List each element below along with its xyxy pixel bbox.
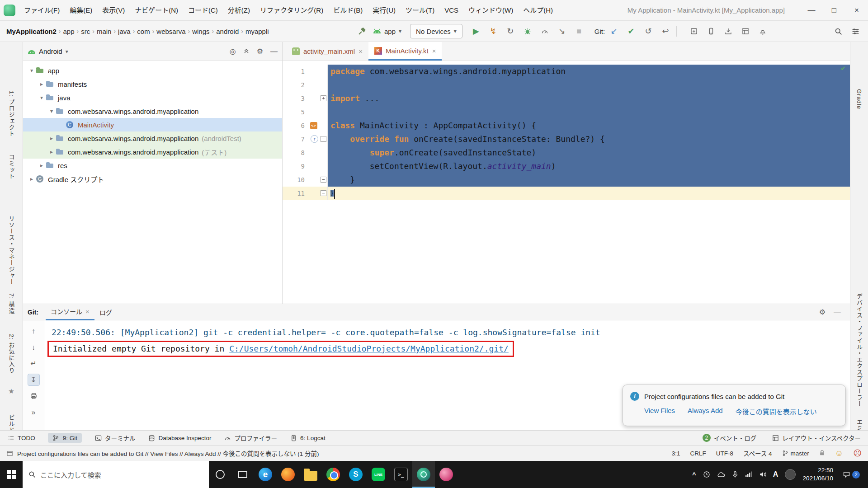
clock-alarm-icon[interactable] bbox=[703, 471, 710, 478]
tool-window-button[interactable]: 9: Git bbox=[48, 433, 82, 443]
fold-minus-icon[interactable]: − bbox=[320, 187, 328, 200]
fold-plus-icon[interactable]: + bbox=[321, 95, 326, 101]
git-commit-icon[interactable]: ✔ bbox=[624, 24, 638, 38]
maximize-window-button[interactable]: □ bbox=[823, 0, 845, 21]
stop-icon[interactable]: ■ bbox=[572, 24, 586, 38]
code-line[interactable]: 9 setContentView(R.layout.activity_main) bbox=[283, 160, 850, 173]
menu-item[interactable]: リファクタリング(R) bbox=[255, 0, 328, 21]
fold-minus-icon[interactable]: − bbox=[321, 136, 326, 142]
git-history-icon[interactable]: ↺ bbox=[641, 24, 656, 38]
tree-arrow-icon[interactable]: ▸ bbox=[47, 149, 56, 155]
taskbar-explorer-button[interactable] bbox=[299, 461, 322, 488]
more-options-icon[interactable]: » bbox=[28, 406, 40, 418]
breadcrumb-item[interactable]: app bbox=[62, 28, 75, 35]
attach-debugger-icon[interactable]: ↘ bbox=[555, 24, 569, 38]
taskbar-firefox-button[interactable] bbox=[277, 461, 299, 488]
code-line[interactable]: 10− } bbox=[283, 173, 850, 187]
apply-code-changes-icon[interactable]: ↻ bbox=[503, 24, 518, 38]
soft-wrap-icon[interactable]: ↵ bbox=[28, 357, 40, 370]
tree-arrow-icon[interactable]: ▾ bbox=[38, 94, 46, 101]
notification-action-link[interactable]: 今後この質問を表示しない bbox=[736, 407, 817, 416]
encoding-widget[interactable]: UTF-8 bbox=[716, 450, 733, 457]
gradle-sync-icon[interactable] bbox=[687, 24, 701, 38]
menu-item[interactable]: 実行(U) bbox=[368, 0, 401, 21]
scroll-to-end-icon[interactable]: ↧ bbox=[28, 374, 40, 386]
tree-row[interactable]: ▾java bbox=[23, 91, 282, 104]
fold-plus-icon[interactable]: + bbox=[320, 92, 328, 105]
tree-row[interactable]: ▸manifests bbox=[23, 77, 282, 91]
run-icon[interactable]: ▶ bbox=[469, 24, 483, 38]
breadcrumb-item[interactable]: main bbox=[96, 28, 113, 35]
tray-circle-icon[interactable] bbox=[785, 469, 796, 480]
ime-mode-indicator[interactable]: A bbox=[773, 470, 778, 479]
run-configuration-selector[interactable]: app ▾ bbox=[369, 24, 406, 38]
volume-icon[interactable] bbox=[759, 471, 766, 478]
tree-arrow-icon[interactable]: ▸ bbox=[38, 81, 46, 87]
menu-item[interactable]: 編集(E) bbox=[65, 0, 97, 21]
tray-expand-icon[interactable]: ^ bbox=[692, 471, 696, 479]
taskbar-skype-button[interactable] bbox=[344, 461, 367, 488]
breadcrumb-item[interactable]: wings bbox=[191, 28, 210, 35]
menu-item[interactable]: ナビゲート(N) bbox=[130, 0, 183, 21]
menu-item[interactable]: コード(C) bbox=[183, 0, 223, 21]
taskbar-terminal-button[interactable] bbox=[390, 461, 412, 488]
tree-row[interactable]: ▸Gradle スクリプト bbox=[23, 172, 282, 186]
git-branch-widget[interactable]: master bbox=[782, 450, 809, 457]
tool-window-button[interactable]: プロファイラー bbox=[224, 433, 278, 442]
git-rollback-icon[interactable]: ↩ bbox=[658, 24, 673, 38]
notification-action-link[interactable]: Always Add bbox=[688, 407, 723, 416]
tool-window-button[interactable]: レイアウト・インスペクター bbox=[772, 433, 861, 442]
onedrive-cloud-icon[interactable] bbox=[717, 471, 725, 478]
tree-arrow-icon[interactable]: ▾ bbox=[28, 67, 36, 74]
menu-item[interactable]: VCS bbox=[439, 0, 463, 21]
settings-icon[interactable] bbox=[848, 24, 863, 38]
hide-panel-icon[interactable]: — bbox=[270, 47, 278, 56]
tool-strip-button[interactable]: コミット bbox=[7, 154, 16, 179]
apply-changes-icon[interactable]: ↯ bbox=[486, 24, 500, 38]
tool-strip-button[interactable]: 1: プロジェクト bbox=[7, 91, 16, 136]
status-message[interactable]: Project configurations files can be adde… bbox=[17, 449, 319, 458]
start-button[interactable] bbox=[0, 461, 23, 488]
taskbar-clock[interactable]: 22:50 2021/06/10 bbox=[802, 466, 833, 483]
tool-strip-button[interactable]: 2: お気に入り bbox=[7, 334, 16, 373]
git-update-icon[interactable]: ↙ bbox=[607, 24, 621, 38]
device-selector[interactable]: No Devices ▾ bbox=[410, 24, 462, 38]
code-line[interactable]: 5 bbox=[283, 105, 850, 119]
debug-icon[interactable] bbox=[520, 24, 535, 38]
caret-position-widget[interactable]: 3:1 bbox=[672, 450, 680, 457]
console-tab[interactable]: ログ bbox=[94, 304, 117, 320]
tool-window-button[interactable]: TODO bbox=[7, 434, 35, 441]
task-view-button[interactable] bbox=[231, 461, 254, 488]
minimize-window-button[interactable]: — bbox=[800, 0, 823, 21]
tree-row[interactable]: ▸com.websarva.wings.android.myapplicatio… bbox=[23, 145, 282, 159]
tool-strip-button[interactable]: Gradle bbox=[856, 89, 863, 109]
breadcrumb-item[interactable]: android bbox=[215, 28, 240, 35]
feedback-happy-icon[interactable]: ☺ bbox=[835, 449, 843, 458]
cortana-button[interactable] bbox=[209, 461, 231, 488]
tree-row[interactable]: ▸com.websarva.wings.android.myapplicatio… bbox=[23, 131, 282, 145]
tool-strip-button[interactable]: デバイス・ファイル・エクスプローラー bbox=[855, 293, 863, 407]
indent-widget[interactable]: スペース 4 bbox=[743, 449, 772, 458]
scroll-down-icon[interactable]: ↓ bbox=[28, 341, 40, 353]
gear-icon[interactable]: ⚙ bbox=[819, 308, 826, 316]
close-tab-icon[interactable]: × bbox=[432, 47, 436, 55]
action-center-button[interactable]: 2 bbox=[840, 471, 863, 479]
menu-item[interactable]: ウィンドウ(W) bbox=[463, 0, 518, 21]
taskbar-android-studio-button[interactable] bbox=[412, 461, 435, 488]
notification-action-link[interactable]: View Files bbox=[644, 407, 675, 416]
tree-row[interactable]: ▾app bbox=[23, 64, 282, 77]
network-icon[interactable] bbox=[745, 471, 752, 478]
build-project-icon[interactable] bbox=[354, 24, 369, 38]
breadcrumb-item[interactable]: MyApplication2 bbox=[5, 28, 57, 35]
editor-tab[interactable]: MainActivity.kt× bbox=[368, 42, 442, 61]
code-line[interactable]: 11−} bbox=[283, 187, 850, 200]
tool-window-button[interactable]: Database Inspector bbox=[148, 434, 212, 441]
breadcrumb-item[interactable]: src bbox=[80, 28, 91, 35]
tree-arrow-icon[interactable]: ▾ bbox=[47, 108, 56, 114]
menu-item[interactable]: ビルド(B) bbox=[328, 0, 368, 21]
line-separator-widget[interactable]: CRLF bbox=[690, 450, 706, 457]
device-manager-icon[interactable] bbox=[704, 24, 718, 38]
tree-row[interactable]: MainActivity bbox=[23, 118, 282, 131]
collapse-all-icon[interactable] bbox=[243, 47, 250, 56]
menu-item[interactable]: ヘルプ(H) bbox=[518, 0, 558, 21]
